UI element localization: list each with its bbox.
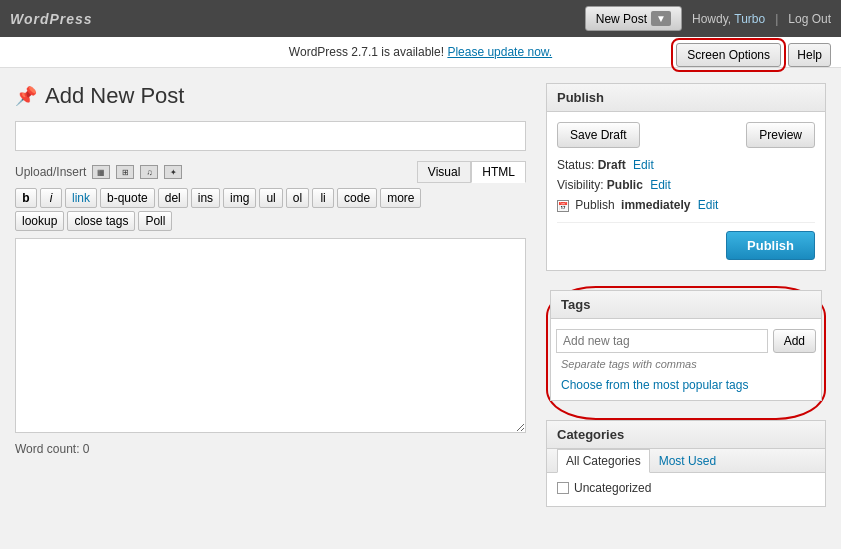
publish-actions: Save Draft Preview bbox=[557, 122, 815, 148]
left-column: 📌 Add New Post Upload/Insert ▦ ⊞ ♫ ✦ Vis… bbox=[15, 83, 526, 522]
upload-insert-label: Upload/Insert bbox=[15, 165, 86, 179]
tags-box: Tags Add Separate tags with commas Choos… bbox=[550, 290, 822, 401]
most-used-link[interactable]: Most Used bbox=[659, 454, 716, 468]
publish-button[interactable]: Publish bbox=[726, 231, 815, 260]
add-tag-button[interactable]: Add bbox=[773, 329, 816, 353]
new-post-arrow[interactable]: ▼ bbox=[651, 11, 671, 26]
all-categories-tab[interactable]: All Categories bbox=[557, 449, 650, 473]
bquote-button[interactable]: b-quote bbox=[100, 188, 155, 208]
post-title-input[interactable] bbox=[15, 121, 526, 151]
ol-button[interactable]: ol bbox=[286, 188, 309, 208]
preview-button[interactable]: Preview bbox=[746, 122, 815, 148]
tags-box-outline: Tags Add Separate tags with commas Choos… bbox=[546, 286, 826, 420]
admin-bar-right: New Post ▼ Howdy, Turbo | Log Out bbox=[585, 6, 831, 31]
pin-icon: 📌 bbox=[15, 85, 37, 107]
editor-toolbar-row2: lookup close tags Poll bbox=[15, 211, 526, 231]
word-count-value: 0 bbox=[83, 442, 90, 456]
ins-button[interactable]: ins bbox=[191, 188, 220, 208]
visibility-row: Visibility: Public Edit bbox=[557, 178, 815, 192]
tags-hint: Separate tags with commas bbox=[551, 358, 821, 375]
categories-box-header: Categories bbox=[547, 421, 825, 449]
right-column: Publish Save Draft Preview Status: Draft… bbox=[546, 83, 826, 522]
ul-button[interactable]: ul bbox=[259, 188, 282, 208]
publish-box: Publish Save Draft Preview Status: Draft… bbox=[546, 83, 826, 271]
upload-video-icon[interactable]: ✦ bbox=[164, 165, 182, 179]
save-draft-button[interactable]: Save Draft bbox=[557, 122, 640, 148]
most-used-tab[interactable]: Most Used bbox=[650, 449, 725, 473]
categories-box: Categories All Categories Most Used Unca… bbox=[546, 420, 826, 507]
help-button[interactable]: Help bbox=[788, 43, 831, 67]
status-value: Draft bbox=[598, 158, 626, 172]
site-logo: WordPress bbox=[10, 11, 93, 27]
category-checkbox-uncategorized[interactable] bbox=[557, 482, 569, 494]
status-label: Status: bbox=[557, 158, 594, 172]
code-button[interactable]: code bbox=[337, 188, 377, 208]
page-heading: Add New Post bbox=[45, 83, 184, 109]
word-count: Word count: 0 bbox=[15, 442, 526, 456]
upload-gallery-icon[interactable]: ⊞ bbox=[116, 165, 134, 179]
logout-link[interactable]: Log Out bbox=[788, 12, 831, 26]
visibility-edit-link[interactable]: Edit bbox=[650, 178, 671, 192]
publish-timing-edit-link[interactable]: Edit bbox=[698, 198, 719, 212]
word-count-label: Word count: bbox=[15, 442, 79, 456]
close-tags-button[interactable]: close tags bbox=[67, 211, 135, 231]
new-post-button[interactable]: New Post ▼ bbox=[585, 6, 682, 31]
status-edit-link[interactable]: Edit bbox=[633, 158, 654, 172]
publish-label: Publish bbox=[575, 198, 614, 212]
new-post-label: New Post bbox=[596, 12, 647, 26]
category-label-uncategorized: Uncategorized bbox=[574, 481, 651, 495]
category-item: Uncategorized bbox=[557, 481, 815, 495]
more-button[interactable]: more bbox=[380, 188, 421, 208]
separator: | bbox=[775, 12, 778, 26]
upload-insert-bar: Upload/Insert ▦ ⊞ ♫ ✦ Visual HTML bbox=[15, 161, 526, 183]
publish-box-header: Publish bbox=[547, 84, 825, 112]
update-notice-text: WordPress 2.7.1 is available! bbox=[289, 45, 444, 59]
visibility-value: Public bbox=[607, 178, 643, 192]
categories-list: Uncategorized bbox=[547, 473, 825, 506]
lookup-button[interactable]: lookup bbox=[15, 211, 64, 231]
del-button[interactable]: del bbox=[158, 188, 188, 208]
li-button[interactable]: li bbox=[312, 188, 334, 208]
publish-timing-row: 📅 Publish immediately Edit bbox=[557, 198, 815, 212]
poll-button[interactable]: Poll bbox=[138, 211, 172, 231]
upload-audio-icon[interactable]: ♫ bbox=[140, 165, 158, 179]
visual-html-tabs: Visual HTML bbox=[417, 161, 526, 183]
popular-tags-link[interactable]: Choose from the most popular tags bbox=[551, 375, 821, 400]
tag-input[interactable] bbox=[556, 329, 768, 353]
upload-image-icon[interactable]: ▦ bbox=[92, 165, 110, 179]
main-content: 📌 Add New Post Upload/Insert ▦ ⊞ ♫ ✦ Vis… bbox=[0, 68, 841, 537]
link-button[interactable]: link bbox=[65, 188, 97, 208]
page-title-row: 📌 Add New Post bbox=[15, 83, 526, 109]
tags-box-content: Add Separate tags with commas Choose fro… bbox=[551, 319, 821, 400]
publish-box-content: Save Draft Preview Status: Draft Edit Vi… bbox=[547, 112, 825, 270]
italic-button[interactable]: i bbox=[40, 188, 62, 208]
editor-toolbar-row1: b i link b-quote del ins img ul ol li co… bbox=[15, 188, 526, 208]
publish-timing: immediately bbox=[621, 198, 690, 212]
calendar-icon: 📅 bbox=[557, 200, 569, 212]
screen-options-button[interactable]: Screen Options bbox=[676, 43, 781, 67]
status-row: Status: Draft Edit bbox=[557, 158, 815, 172]
howdy-text: Howdy, Turbo bbox=[692, 12, 765, 26]
publish-btn-row: Publish bbox=[557, 222, 815, 260]
categories-tabs: All Categories Most Used bbox=[547, 449, 825, 473]
img-button[interactable]: img bbox=[223, 188, 256, 208]
tags-box-header: Tags bbox=[551, 291, 821, 319]
tags-input-row: Add bbox=[551, 324, 821, 358]
post-editor[interactable] bbox=[15, 238, 526, 433]
bold-button[interactable]: b bbox=[15, 188, 37, 208]
html-tab[interactable]: HTML bbox=[471, 161, 526, 183]
visibility-label: Visibility: bbox=[557, 178, 603, 192]
visual-tab[interactable]: Visual bbox=[417, 161, 471, 183]
update-notice-bar: WordPress 2.7.1 is available! Please upd… bbox=[0, 37, 841, 68]
admin-bar: WordPress New Post ▼ Howdy, Turbo | Log … bbox=[0, 0, 841, 37]
update-now-link[interactable]: Please update now. bbox=[447, 45, 552, 59]
